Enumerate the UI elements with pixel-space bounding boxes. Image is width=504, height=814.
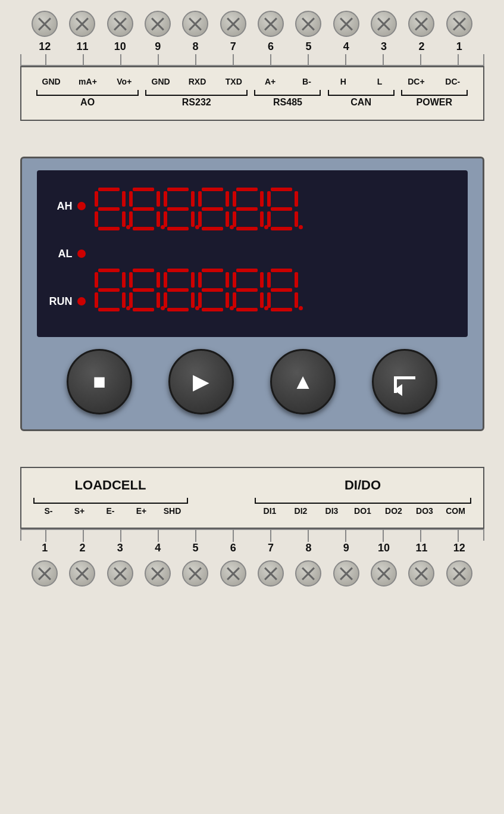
- bottom-screw-3: [107, 560, 133, 587]
- bottom-screw-1: [32, 560, 58, 587]
- pin-label-h: H: [331, 77, 355, 86]
- loadcell-bracket: [33, 498, 188, 504]
- loadcell-pin-e-: E-: [96, 506, 125, 516]
- seven-seg-digit: [233, 188, 264, 230]
- dido-group: DI/DODI1DI2DI3DO1DO2DO3COM: [255, 478, 471, 516]
- group-label-rs485: RS485: [273, 97, 302, 108]
- bottom-num-1: 1: [32, 542, 58, 554]
- pin-label-l: L: [368, 77, 392, 86]
- loadcell-pin-shd: SHD: [158, 506, 187, 516]
- pin-label-a+: A+: [258, 77, 282, 86]
- top-num-3: 3: [371, 40, 397, 53]
- loadcell-pin-s-: S-: [35, 506, 63, 516]
- pin-label-ma+: mA+: [76, 77, 99, 86]
- top-num-1: 1: [446, 40, 472, 53]
- bottom-screw-8: [295, 560, 321, 587]
- indicator-dot-al: [77, 249, 86, 258]
- top-screw-12: [32, 11, 58, 37]
- stop-button[interactable]: ■: [67, 349, 132, 414]
- buttons-row: ■▶▲: [37, 349, 468, 414]
- digit-row-spacer: [95, 241, 459, 258]
- top-conn-line-4: [195, 54, 196, 66]
- bottom-conn-line-7: [308, 530, 309, 542]
- pin-label-gnd: GND: [39, 77, 63, 86]
- top-num-6: 6: [258, 40, 284, 53]
- bracket-can: [328, 90, 395, 96]
- dido-pin-label-di1: DI1: [264, 506, 277, 516]
- top-screw-2: [408, 11, 434, 37]
- interface-group-ao: AO: [36, 90, 139, 108]
- bottom-num-6: 6: [220, 542, 246, 554]
- top-conn-line-11: [458, 54, 459, 66]
- dido-pin-label-do2: DO2: [385, 506, 402, 516]
- group-label-rs232: RS232: [182, 97, 211, 108]
- indicator-row-run: RUN: [46, 277, 86, 325]
- top-screw-8: [182, 11, 208, 37]
- seven-seg-digit: [95, 269, 126, 311]
- enter-button[interactable]: [372, 349, 437, 414]
- bottom-num-5: 5: [182, 542, 208, 554]
- up-button[interactable]: ▲: [270, 349, 336, 414]
- pin-label-rxd: RXD: [185, 77, 209, 86]
- indicator-row-al: AL: [46, 230, 86, 277]
- bottom-conn-line-5: [233, 530, 234, 542]
- top-num-12: 12: [32, 40, 58, 53]
- enter-button-icon: [394, 376, 415, 393]
- group-label-ao: AO: [80, 97, 95, 108]
- seven-seg-digit: [129, 188, 160, 230]
- top-conn-line-9: [383, 54, 384, 66]
- top-conn-line-7: [308, 54, 309, 66]
- dido-pin-label-di3: DI3: [325, 506, 339, 516]
- bracket-ao: [36, 90, 139, 96]
- top-num-2: 2: [408, 40, 434, 53]
- interface-group-power: POWER: [401, 90, 468, 108]
- seven-seg-digit: [267, 188, 298, 230]
- dido-label: DI/DO: [345, 478, 381, 493]
- top-pin-labels: GNDmA+Vo+GNDRXDTXDA+B-HLDC+DC-: [33, 77, 471, 86]
- top-screw-10: [107, 11, 133, 37]
- dido-pin-com: COM: [442, 506, 470, 516]
- digit-display-column: [95, 182, 459, 325]
- bottom-connector-lines: [20, 529, 484, 541]
- bottom-conn-line-9: [383, 530, 384, 542]
- top-conn-line-8: [345, 54, 346, 66]
- top-terminal-numbers: 121110987654321: [20, 39, 484, 54]
- display-area: AHALRUN: [37, 170, 468, 337]
- top-gap: [20, 121, 484, 157]
- dido-pin-label-com: COM: [446, 506, 465, 516]
- top-num-10: 10: [107, 40, 133, 53]
- indicator-row-ah: AH: [46, 182, 86, 230]
- indicator-label-ah: AH: [46, 200, 73, 213]
- dido-pins-row: DI1DI2DI3DO1DO2DO3COM: [256, 506, 470, 516]
- bottom-screw-12: [446, 560, 472, 587]
- bottom-conn-line-6: [270, 530, 271, 542]
- top-conn-line-2: [120, 54, 121, 66]
- bottom-num-3: 3: [107, 542, 133, 554]
- bottom-num-10: 10: [371, 542, 397, 554]
- bottom-screw-11: [408, 560, 434, 587]
- seven-seg-digit: [164, 269, 195, 311]
- bottom-screw-2: [69, 560, 95, 587]
- bottom-screw-row: [20, 556, 484, 589]
- loadcell-pin-e+: E+: [127, 506, 156, 516]
- bottom-conn-line-10: [420, 530, 421, 542]
- indicator-label-al: AL: [46, 248, 73, 260]
- pin-label-txd: TXD: [222, 77, 246, 86]
- bottom-num-11: 11: [408, 542, 434, 554]
- top-conn-line-5: [233, 54, 234, 66]
- loadcell-group: LOADCELLS-S+E-E+SHD: [33, 478, 188, 516]
- up-button-icon: ▲: [292, 369, 314, 394]
- play-button[interactable]: ▶: [168, 349, 234, 414]
- top-conn-line-3: [158, 54, 159, 66]
- seven-seg-digit: [95, 188, 126, 230]
- loadcell-pin-label-s+: S+: [74, 506, 85, 516]
- seven-seg-digit: [198, 269, 229, 311]
- top-conn-line-0: [45, 54, 46, 66]
- bottom-terminal: 123456789101112: [20, 529, 484, 589]
- bottom-terminal-numbers: 123456789101112: [20, 541, 484, 556]
- bottom-conn-line-3: [158, 530, 159, 542]
- loadcell-pin-label-s-: S-: [45, 506, 53, 516]
- bottom-gap: [20, 431, 484, 467]
- pin-label-dc+: DC+: [404, 77, 428, 86]
- bottom-conn-line-2: [120, 530, 121, 542]
